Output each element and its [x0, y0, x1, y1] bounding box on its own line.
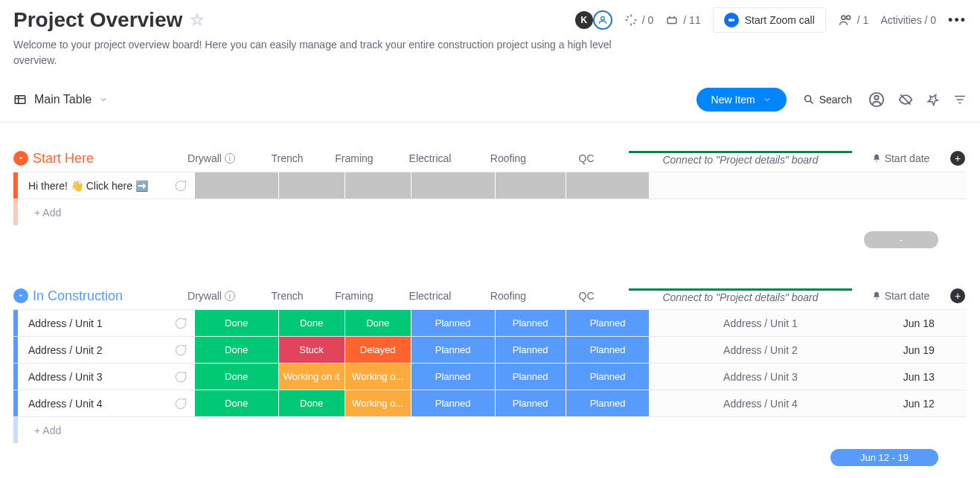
group-title[interactable]: Start Here [33, 151, 94, 167]
new-item-button[interactable]: New Item [696, 88, 787, 112]
column-header-connect[interactable]: Connect to "Project details" board [629, 288, 852, 303]
status-cell[interactable]: Done [195, 390, 279, 416]
collapse-toggle[interactable] [13, 288, 28, 303]
date-cell[interactable]: Jun 19 [871, 337, 967, 363]
pin-icon[interactable] [926, 93, 940, 106]
date-cell[interactable]: Jun 18 [871, 310, 967, 336]
status-cell[interactable]: Planned [496, 337, 566, 363]
more-menu-icon[interactable]: ••• [948, 13, 967, 28]
item-name: Address / Unit 1 [28, 317, 103, 329]
chat-icon[interactable] [173, 178, 188, 193]
column-header[interactable]: Roofing [473, 288, 544, 303]
column-header[interactable]: Trench [254, 151, 321, 166]
column-header[interactable]: Framing [321, 151, 388, 166]
status-cell[interactable]: Done [195, 364, 279, 390]
status-cell[interactable]: Done [279, 310, 345, 336]
status-cell[interactable]: Working on it [279, 364, 345, 390]
svg-point-8 [874, 96, 879, 100]
status-cell[interactable]: Planned [566, 337, 650, 363]
connect-cell[interactable]: Address / Unit 3 [650, 364, 871, 390]
status-cell[interactable]: Working o... [345, 390, 411, 416]
search-button[interactable]: Search [803, 94, 852, 106]
item-name-cell[interactable]: Address / Unit 4 [13, 390, 195, 416]
add-item-row[interactable]: + Add [13, 416, 967, 443]
column-header-date[interactable]: Start date [852, 151, 949, 166]
column-header[interactable]: Drywall i [169, 151, 254, 166]
status-cell[interactable] [566, 172, 650, 198]
column-header[interactable]: Electrical [388, 151, 473, 166]
column-header[interactable]: Drywall i [169, 288, 254, 303]
chat-icon[interactable] [173, 369, 188, 384]
status-cell[interactable]: Planned [566, 390, 650, 416]
info-icon[interactable]: i [225, 291, 235, 301]
status-cell[interactable] [345, 172, 411, 198]
column-header[interactable]: Framing [321, 288, 388, 303]
status-cell[interactable]: Planned [566, 310, 650, 336]
filter-icon[interactable] [953, 93, 967, 106]
status-cell[interactable]: Done [195, 337, 279, 363]
column-header[interactable]: QC [544, 151, 629, 166]
connect-cell[interactable] [650, 172, 871, 198]
column-header[interactable]: Trench [254, 288, 321, 303]
status-cell[interactable]: Planned [566, 364, 650, 390]
date-cell[interactable]: Jun 13 [871, 364, 967, 390]
column-header[interactable]: Electrical [388, 288, 473, 303]
connect-cell[interactable]: Address / Unit 2 [650, 337, 871, 363]
connect-cell[interactable]: Address / Unit 1 [650, 310, 871, 336]
status-cell[interactable]: Planned [496, 364, 566, 390]
add-column-button[interactable]: + [950, 288, 965, 303]
status-cell[interactable]: Done [279, 390, 345, 416]
people-stat[interactable]: / 1 [838, 13, 869, 28]
info-icon[interactable]: i [225, 153, 235, 164]
automation-stat[interactable]: / 0 [624, 13, 654, 27]
collapse-toggle[interactable] [13, 151, 28, 166]
status-cell[interactable] [195, 172, 279, 198]
activities-link[interactable]: Activities / 0 [880, 14, 936, 26]
column-header[interactable]: QC [544, 288, 629, 303]
item-name: Address / Unit 4 [28, 398, 103, 410]
add-item-row[interactable]: + Add [13, 198, 967, 225]
column-header[interactable]: Roofing [473, 151, 544, 166]
status-cell[interactable]: Delayed [345, 337, 411, 363]
board-description: Welcome to your project overview board! … [13, 37, 624, 68]
status-cell[interactable] [411, 172, 496, 198]
item-name-cell[interactable]: Address / Unit 2 [13, 337, 195, 363]
status-cell[interactable]: Planned [411, 310, 496, 336]
start-zoom-button[interactable]: Start Zoom call [713, 7, 826, 33]
chat-icon[interactable] [173, 343, 188, 358]
integration-stat[interactable]: / 11 [665, 13, 700, 27]
item-name: Address / Unit 2 [28, 344, 103, 356]
column-header-connect[interactable]: Connect to "Project details" board [629, 151, 852, 166]
avatar: K [575, 11, 593, 29]
chat-icon[interactable] [173, 316, 188, 331]
hide-icon[interactable] [898, 92, 913, 107]
status-cell[interactable]: Planned [496, 310, 566, 336]
status-cell[interactable]: Done [195, 310, 279, 336]
view-selector[interactable]: Main Table [13, 93, 108, 106]
automation-icon [624, 13, 638, 27]
status-cell[interactable]: Planned [411, 337, 496, 363]
date-cell[interactable] [871, 172, 967, 198]
favorite-star-icon[interactable]: ☆ [190, 10, 205, 30]
connect-cell[interactable]: Address / Unit 4 [650, 390, 871, 416]
item-name-cell[interactable]: Address / Unit 1 [13, 310, 195, 336]
status-cell[interactable]: Planned [411, 390, 496, 416]
group-title[interactable]: In Construction [33, 288, 123, 304]
status-cell[interactable] [496, 172, 566, 198]
item-name-cell[interactable]: Address / Unit 3 [13, 364, 195, 390]
status-cell[interactable] [279, 172, 345, 198]
add-column-button[interactable]: + [950, 151, 965, 166]
search-icon [803, 94, 815, 106]
column-header-date[interactable]: Start date [852, 288, 949, 303]
status-cell[interactable]: Stuck [279, 337, 345, 363]
person-icon[interactable] [868, 91, 885, 108]
avatar-group[interactable]: K [575, 10, 612, 30]
item-name-cell[interactable]: Hi there! 👋 Click here ➡️ [13, 172, 195, 198]
status-cell[interactable]: Done [345, 310, 411, 336]
status-cell[interactable]: Planned [411, 364, 496, 390]
date-cell[interactable]: Jun 12 [871, 390, 967, 416]
status-cell[interactable]: Planned [496, 390, 566, 416]
status-cell[interactable]: Working o... [345, 364, 411, 390]
chevron-down-icon [99, 95, 108, 104]
chat-icon[interactable] [173, 396, 188, 411]
